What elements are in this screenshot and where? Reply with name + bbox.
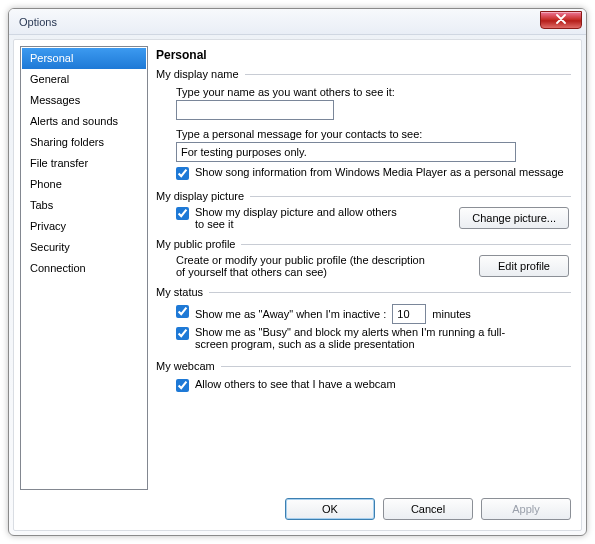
show-song-label: Show song information from Windows Media… — [195, 166, 564, 178]
personal-msg-input[interactable] — [176, 142, 516, 162]
group-legend-display-name: My display name — [156, 68, 239, 80]
public-profile-desc: Create or modify your public profile (th… — [176, 254, 426, 278]
change-picture-button[interactable]: Change picture... — [459, 207, 569, 229]
sidebar-item-sharing-folders[interactable]: Sharing folders — [22, 132, 146, 153]
options-window: Options Personal General Messages Alerts… — [8, 8, 587, 536]
close-button[interactable] — [540, 11, 582, 29]
group-webcam: My webcam Allow others to see that I hav… — [156, 360, 571, 396]
personal-msg-prompt: Type a personal message for your contact… — [176, 128, 422, 140]
sidebar-item-messages[interactable]: Messages — [22, 90, 146, 111]
webcam-checkbox[interactable]: Allow others to see that I have a webcam — [176, 378, 396, 392]
group-public-profile: My public profile Create or modify your … — [156, 238, 571, 280]
sidebar-item-general[interactable]: General — [22, 69, 146, 90]
sidebar-item-file-transfer[interactable]: File transfer — [22, 153, 146, 174]
display-name-prompt: Type your name as you want others to see… — [176, 86, 395, 98]
away-checkbox[interactable]: Show me as "Away" when I'm inactive : mi… — [176, 304, 471, 324]
away-minutes-input[interactable] — [392, 304, 426, 324]
group-legend-status: My status — [156, 286, 203, 298]
group-legend-webcam: My webcam — [156, 360, 215, 372]
away-label-pre: Show me as "Away" when I'm inactive : — [195, 308, 386, 320]
apply-button[interactable]: Apply — [481, 498, 571, 520]
sidebar-item-tabs[interactable]: Tabs — [22, 195, 146, 216]
busy-checkbox[interactable]: Show me as "Busy" and block my alerts wh… — [176, 326, 525, 350]
group-display-name: My display name Type your name as you wa… — [156, 68, 571, 184]
sidebar-item-phone[interactable]: Phone — [22, 174, 146, 195]
ok-button[interactable]: OK — [285, 498, 375, 520]
window-title: Options — [19, 16, 57, 28]
content-panel: Personal My display name Type your name … — [154, 46, 575, 490]
sidebar-item-privacy[interactable]: Privacy — [22, 216, 146, 237]
page-title: Personal — [156, 48, 571, 62]
close-icon — [556, 14, 566, 26]
cancel-button[interactable]: Cancel — [383, 498, 473, 520]
show-picture-label: Show my display picture and allow others… — [195, 206, 405, 230]
sidebar-item-alerts-sounds[interactable]: Alerts and sounds — [22, 111, 146, 132]
show-song-checkbox[interactable]: Show song information from Windows Media… — [176, 166, 564, 180]
group-legend-public-profile: My public profile — [156, 238, 235, 250]
sidebar-item-personal[interactable]: Personal — [22, 48, 146, 69]
display-name-input[interactable] — [176, 100, 334, 120]
edit-profile-button[interactable]: Edit profile — [479, 255, 569, 277]
sidebar-item-security[interactable]: Security — [22, 237, 146, 258]
group-status: My status Show me as "Away" when I'm ina… — [156, 286, 571, 354]
dialog-footer: OK Cancel Apply — [14, 490, 581, 530]
group-legend-display-picture: My display picture — [156, 190, 244, 202]
away-label-post: minutes — [432, 308, 471, 320]
busy-label: Show me as "Busy" and block my alerts wh… — [195, 326, 525, 350]
webcam-label: Allow others to see that I have a webcam — [195, 378, 396, 390]
category-list[interactable]: Personal General Messages Alerts and sou… — [20, 46, 148, 490]
group-display-picture: My display picture Show my display pictu… — [156, 190, 571, 232]
client-area: Personal General Messages Alerts and sou… — [13, 39, 582, 531]
sidebar-item-connection[interactable]: Connection — [22, 258, 146, 279]
show-picture-checkbox[interactable]: Show my display picture and allow others… — [176, 206, 449, 230]
titlebar: Options — [9, 9, 586, 35]
main-area: Personal General Messages Alerts and sou… — [14, 40, 581, 490]
